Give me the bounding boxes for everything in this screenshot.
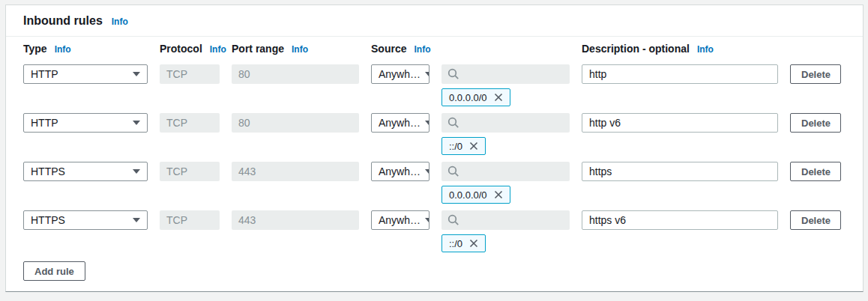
port-range-field: 443 [232,210,359,230]
type-select[interactable]: HTTPS [23,162,148,181]
cidr-token-label: ::/0 [449,238,462,249]
type-select-value: HTTPS [31,165,65,177]
protocol-field: TCP [160,64,220,84]
add-rule-wrap: Add rule [23,261,846,281]
panel-info-link[interactable]: Info [112,16,128,27]
token-row: 0.0.0.0/0 [441,88,846,106]
cidr-token: 0.0.0.0/0 [441,88,510,106]
cidr-token: ::/0 [441,234,486,252]
source-select[interactable]: Anywh… [371,162,430,181]
type-info-link[interactable]: Info [55,44,71,55]
column-header-type: TypeInfo [23,43,148,55]
column-header-port-range: Port rangeInfo [232,43,359,55]
column-header-source: SourceInfo [371,43,570,55]
description-input[interactable] [582,64,778,84]
cidr-token-label: 0.0.0.0/0 [449,92,487,103]
protocol-info-link[interactable]: Info [210,44,226,55]
search-icon [447,165,459,177]
column-header-description: Description - optionalInfo [582,43,778,55]
source-search-input[interactable] [441,210,570,230]
source-select[interactable]: Anywh… [371,210,430,230]
delete-button[interactable]: Delete [790,64,841,84]
description-info-link[interactable]: Info [697,44,714,55]
type-select[interactable]: HTTP [23,113,148,133]
source-search-input[interactable] [441,64,570,84]
dismiss-token-icon[interactable] [469,142,478,150]
port-range-field: 80 [232,64,359,84]
delete-button[interactable]: Delete [790,113,841,133]
dismiss-token-icon[interactable] [494,93,503,102]
port-range-field: 443 [232,162,359,181]
chevron-down-icon [133,218,140,222]
protocol-field: TCP [160,162,220,181]
page-title: Inbound rules [23,14,103,28]
chevron-down-icon [133,72,140,76]
description-input[interactable] [582,113,778,133]
inbound-rules-panel: Inbound rules Info TypeInfo ProtocolInfo… [5,4,864,292]
chevron-down-icon [425,218,430,222]
source-search-input[interactable] [441,113,570,133]
chevron-down-icon [425,169,430,174]
chevron-down-icon [425,72,430,76]
panel-header: Inbound rules Info [6,5,863,37]
delete-button[interactable]: Delete [790,210,841,230]
chevron-down-icon [133,121,140,125]
type-select-value: HTTPS [31,214,65,226]
source-select-value: Anywh… [379,117,421,129]
search-icon [447,214,459,226]
source-select[interactable]: Anywh… [371,64,430,84]
port-range-field: 80 [232,113,359,133]
inbound-rule-row: HTTPS TCP 443 Anywh… Delete ::/0 [23,210,846,252]
source-select-value: Anywh… [379,68,421,80]
chevron-down-icon [133,169,140,174]
protocol-field: TCP [160,210,220,230]
source-info-link[interactable]: Info [414,44,430,55]
description-input[interactable] [582,162,778,181]
type-select-value: HTTP [31,68,58,80]
source-select[interactable]: Anywh… [371,113,430,133]
column-header-protocol: ProtocolInfo [160,43,220,55]
source-select-value: Anywh… [379,165,421,177]
chevron-down-icon [425,121,430,125]
cidr-token-label: ::/0 [449,141,462,152]
type-select[interactable]: HTTP [23,64,148,84]
cidr-token-label: 0.0.0.0/0 [449,189,487,201]
panel-body: TypeInfo ProtocolInfo Port rangeInfo Sou… [6,37,863,291]
token-row: 0.0.0.0/0 [441,186,846,204]
dismiss-token-icon[interactable] [469,239,478,248]
dismiss-token-icon[interactable] [494,190,503,199]
search-icon [447,68,459,80]
inbound-rule-row: HTTP TCP 80 Anywh… Delete 0.0.0.0/0 [23,64,846,106]
port-range-info-link[interactable]: Info [292,44,308,55]
source-select-value: Anywh… [379,214,421,226]
type-select[interactable]: HTTPS [23,210,148,230]
protocol-field: TCP [160,113,220,133]
type-select-value: HTTP [31,117,58,129]
add-rule-button[interactable]: Add rule [23,261,85,281]
inbound-rule-row: HTTP TCP 80 Anywh… Delete ::/0 [23,113,846,155]
search-icon [447,117,459,129]
cidr-token: ::/0 [441,137,486,155]
token-row: ::/0 [441,137,846,155]
cidr-token: 0.0.0.0/0 [441,186,510,204]
column-headers: TypeInfo ProtocolInfo Port rangeInfo Sou… [23,43,846,55]
source-search-input[interactable] [441,162,570,181]
description-input[interactable] [582,210,778,230]
delete-button[interactable]: Delete [790,162,841,181]
inbound-rule-row: HTTPS TCP 443 Anywh… Delete 0.0.0.0/0 [23,162,846,204]
token-row: ::/0 [441,234,846,252]
